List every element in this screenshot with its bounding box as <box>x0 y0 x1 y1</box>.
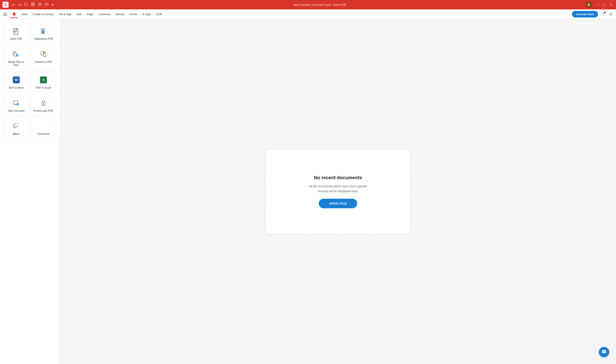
pdf-word-label: PDF to Word <box>9 86 24 90</box>
help-button[interactable]: ? <box>600 11 607 18</box>
sidebar-card-convert-pdf[interactable]: Convert to PDF <box>31 46 56 70</box>
settings-button[interactable] <box>607 11 614 18</box>
merge-pdf-icon <box>12 49 21 59</box>
svg-rect-10 <box>14 30 16 32</box>
svg-rect-6 <box>3 13 7 13</box>
batch-icon <box>12 121 21 131</box>
clipboard-pdf-label: Clipboard to PDF <box>34 37 53 41</box>
svg-point-30 <box>604 351 604 352</box>
no-recent-documents-box: No recent documents All the documents wh… <box>265 149 411 234</box>
menu-item-ocr[interactable]: OCR <box>153 11 165 17</box>
undo-icon[interactable]: ↩ <box>11 2 16 8</box>
svg-rect-18 <box>41 52 43 55</box>
open-file-icon[interactable] <box>24 2 29 8</box>
sidebar: Open PDF Clipboard to PDF <box>0 19 60 364</box>
svg-point-9 <box>610 14 612 15</box>
svg-rect-19 <box>43 53 46 57</box>
main-content: Open PDF Clipboard to PDF <box>0 19 616 364</box>
app-logo: S <box>2 2 9 8</box>
menu-item-create-convert[interactable]: Create & Convert <box>30 11 56 17</box>
batch-label: Batch <box>13 132 19 136</box>
menu-item-esign[interactable]: E-Sign <box>140 11 153 17</box>
email-icon[interactable] <box>44 2 49 8</box>
menu-item-view[interactable]: View <box>19 11 30 17</box>
minimize-button[interactable]: − <box>595 2 600 7</box>
menu-bar: View Create & Convert Fill & Sign Edit P… <box>0 9 616 19</box>
word-icon-bg: W <box>13 77 20 83</box>
no-docs-title: No recent documents <box>314 175 362 181</box>
convert-pdf-icon <box>39 49 48 59</box>
hamburger-menu-button[interactable] <box>2 11 9 18</box>
sidebar-card-customize[interactable]: Customize <box>31 118 56 139</box>
customize-icon <box>39 121 48 131</box>
sidebar-card-clipboard-pdf[interactable]: Clipboard to PDF <box>31 23 56 44</box>
protect-pdf-icon <box>39 98 48 108</box>
menu-item-comment[interactable]: Comment <box>96 11 113 17</box>
customize-label: Customize <box>37 132 50 136</box>
clipboard-pdf-icon <box>39 26 48 36</box>
pdf-excel-label: PDF to Excel <box>36 86 51 90</box>
help-notification-badge <box>604 12 606 13</box>
open-file-button[interactable]: OPEN FILE <box>319 199 357 208</box>
menu-item-fill-sign[interactable]: Fill & Sign <box>56 11 74 17</box>
home-button[interactable] <box>10 11 18 18</box>
menu-item-page[interactable]: Page <box>84 11 96 17</box>
svg-point-29 <box>603 351 603 352</box>
sidebar-card-protect-pdf[interactable]: Protect your PDF <box>31 95 56 116</box>
svg-point-24 <box>43 104 44 104</box>
svg-rect-27 <box>16 123 18 127</box>
excel-icon-bg: X <box>40 77 47 83</box>
chat-fab-button[interactable] <box>599 347 609 357</box>
svg-point-31 <box>605 351 605 352</box>
pdf-word-icon: W <box>12 75 21 85</box>
sidebar-card-open-pdf[interactable]: Open PDF <box>3 23 29 44</box>
sidebar-card-pdf-excel[interactable]: X PDF to Excel <box>31 72 56 93</box>
user-avatar: B <box>586 1 592 8</box>
svg-rect-7 <box>3 14 7 14</box>
no-docs-subtitle: All the documents which have been opened… <box>309 184 367 194</box>
merge-pdf-label: Merge Files to PDF <box>5 60 27 67</box>
close-button[interactable]: × <box>609 2 614 7</box>
svg-rect-0 <box>31 3 34 6</box>
redo-icon[interactable]: ↪ <box>17 2 22 8</box>
svg-rect-8 <box>3 15 7 16</box>
pdf-excel-icon: X <box>39 75 48 85</box>
menu-item-secure[interactable]: Secure <box>113 11 127 17</box>
svg-rect-14 <box>42 31 44 33</box>
dropdown-icon[interactable]: ▾ <box>51 2 54 8</box>
restore-button[interactable]: □ <box>602 2 607 7</box>
save-icon[interactable] <box>30 2 36 8</box>
add-comment-label: Add Comment <box>8 109 24 113</box>
menu-item-forms[interactable]: Forms <box>127 11 140 17</box>
protect-pdf-label: Protect your PDF <box>34 109 53 113</box>
svg-rect-5 <box>45 3 48 5</box>
print-icon[interactable] <box>37 2 42 8</box>
sidebar-card-merge-pdf[interactable]: Merge Files to PDF <box>3 46 29 70</box>
add-comment-icon <box>12 98 21 108</box>
open-pdf-icon <box>12 26 21 36</box>
svg-rect-1 <box>32 3 34 4</box>
sidebar-card-pdf-word[interactable]: W PDF to Word <box>3 72 29 93</box>
activate-now-button[interactable]: Activate Now <box>572 11 598 17</box>
svg-rect-12 <box>42 28 44 29</box>
svg-rect-2 <box>32 4 34 6</box>
right-panel: No recent documents All the documents wh… <box>60 19 616 364</box>
window-title: New Portable Document 2.pdf - Soda PDF <box>54 3 586 6</box>
convert-pdf-label: Convert to PDF <box>35 60 52 64</box>
svg-point-20 <box>43 52 45 53</box>
open-pdf-label: Open PDF <box>10 37 22 41</box>
sidebar-card-batch[interactable]: Batch <box>3 118 29 139</box>
menu-item-edit[interactable]: Edit <box>74 11 84 17</box>
svg-rect-16 <box>14 53 17 56</box>
title-bar: S ↩ ↪ ▾ New Portable Document 2.pdf - So… <box>0 0 616 9</box>
sidebar-card-add-comment[interactable]: Add Comment <box>3 95 29 116</box>
